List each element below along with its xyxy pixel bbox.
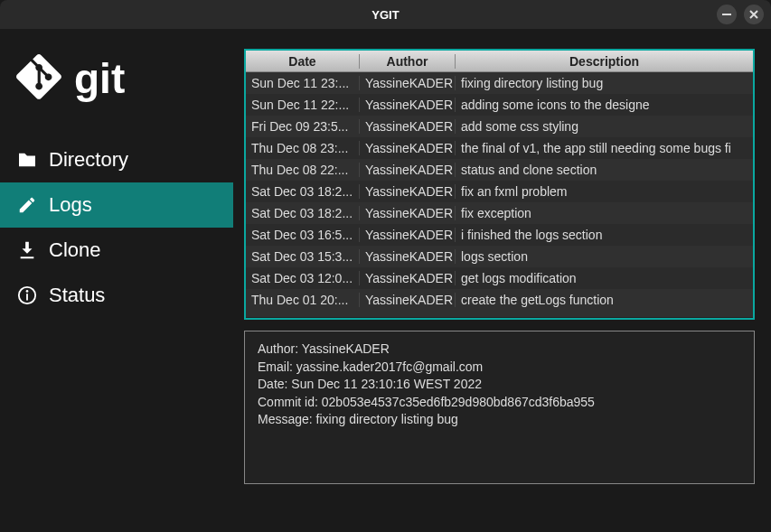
detail-date: Date: Sun Dec 11 23:10:16 WEST 2022 (258, 376, 741, 394)
sidebar-item-label: Clone (49, 238, 100, 262)
cell-date: Thu Dec 08 23:... (246, 141, 360, 155)
cell-description: create the getLogs function (456, 293, 753, 307)
close-button[interactable] (744, 5, 764, 24)
git-icon (16, 54, 61, 103)
cell-description: logs section (456, 249, 753, 264)
cell-author: YassineKADER (360, 206, 456, 220)
svg-rect-0 (722, 14, 731, 15)
info-icon (16, 285, 38, 306)
table-row[interactable]: Fri Dec 09 23:5...YassineKADERadd some c… (246, 116, 753, 137)
table-row[interactable]: Thu Dec 08 23:...YassineKADERthe final o… (246, 137, 753, 159)
cell-author: YassineKADER (360, 163, 456, 177)
cell-description: add some css styling (456, 119, 753, 134)
svg-rect-2 (26, 294, 28, 300)
table-row[interactable]: Thu Dec 08 22:...YassineKADERstatus and … (246, 159, 753, 181)
cell-date: Thu Dec 08 22:... (246, 163, 360, 177)
sidebar-item-clone[interactable]: Clone (0, 228, 233, 273)
table-row[interactable]: Sun Dec 11 22:...YassineKADERadding some… (246, 94, 753, 116)
table-row[interactable]: Sat Dec 03 18:2...YassineKADERfix an fxm… (246, 181, 753, 202)
detail-author: Author: YassineKADER (258, 341, 741, 359)
content: Date Author Description Sun Dec 11 23:..… (233, 29, 771, 532)
cell-date: Fri Dec 09 23:5... (246, 119, 360, 134)
cell-author: YassineKADER (360, 271, 456, 285)
cell-author: YassineKADER (360, 184, 456, 199)
sidebar-item-label: Directory (49, 148, 128, 172)
commits-table: Date Author Description Sun Dec 11 23:..… (244, 49, 755, 320)
cell-date: Sun Dec 11 23:... (246, 76, 360, 90)
logo: git (0, 54, 233, 103)
cell-description: the final of v1, the app still needing s… (456, 141, 753, 155)
detail-commit-id: Commit id: 02b053e4537c35ed6fb29d980bd86… (258, 394, 741, 412)
main: git Directory Logs Clone Status (0, 29, 771, 532)
cell-author: YassineKADER (360, 119, 456, 134)
svg-point-3 (26, 290, 29, 293)
table-row[interactable]: Sun Dec 11 23:...YassineKADERfixing dire… (246, 72, 753, 94)
cell-description: fix an fxml problem (456, 184, 753, 199)
table-header: Date Author Description (246, 51, 753, 72)
title-bar: YGIT (0, 0, 771, 29)
sidebar-item-logs[interactable]: Logs (0, 182, 233, 228)
cell-author: YassineKADER (360, 228, 456, 242)
header-date[interactable]: Date (246, 54, 360, 69)
table-body[interactable]: Sun Dec 11 23:...YassineKADERfixing dire… (246, 72, 753, 317)
detail-message: Message: fixing directory listing bug (258, 411, 741, 429)
table-row[interactable]: Sat Dec 03 15:3...YassineKADERlogs secti… (246, 246, 753, 267)
sidebar-item-directory[interactable]: Directory (0, 137, 233, 182)
cell-description: status and clone section (456, 163, 753, 177)
logo-text: git (74, 54, 125, 103)
cell-date: Sat Dec 03 16:5... (246, 228, 360, 242)
window-title: YGIT (371, 8, 399, 22)
sidebar-item-label: Status (49, 284, 105, 307)
table-row[interactable]: Sat Dec 03 16:5...YassineKADERi finished… (246, 224, 753, 246)
cell-description: fixing directory listing bug (456, 76, 753, 90)
cell-author: YassineKADER (360, 98, 456, 112)
sidebar-item-label: Logs (49, 193, 92, 217)
cell-description: adding some icons to the designe (456, 98, 753, 112)
cell-date: Thu Dec 01 20:... (246, 293, 360, 307)
table-row[interactable]: Sat Dec 03 18:2...YassineKADERfix except… (246, 202, 753, 224)
cell-date: Sun Dec 11 22:... (246, 98, 360, 112)
cell-date: Sat Dec 03 18:2... (246, 206, 360, 220)
cell-author: YassineKADER (360, 76, 456, 90)
cell-description: i finished the logs section (456, 228, 753, 242)
pencil-icon (16, 194, 38, 216)
cell-author: YassineKADER (360, 249, 456, 264)
cell-date: Sat Dec 03 15:3... (246, 249, 360, 264)
folder-icon (16, 149, 38, 171)
cell-description: get logs modification (456, 271, 753, 285)
table-row[interactable]: Sat Dec 03 12:0...YassineKADERget logs m… (246, 267, 753, 289)
minimize-button[interactable] (717, 5, 737, 24)
header-author[interactable]: Author (360, 54, 456, 69)
horizontal-scrollbar[interactable] (246, 317, 753, 318)
sidebar-item-status[interactable]: Status (0, 273, 233, 318)
cell-author: YassineKADER (360, 141, 456, 155)
table-row[interactable]: Thu Dec 01 20:...YassineKADERcreate the … (246, 289, 753, 311)
commit-details: Author: YassineKADER Email: yassine.kade… (244, 331, 755, 484)
window-controls (717, 5, 764, 24)
detail-email: Email: yassine.kader2017fc@gmail.com (258, 359, 741, 377)
download-icon (16, 239, 38, 261)
cell-date: Sat Dec 03 12:0... (246, 271, 360, 285)
cell-date: Sat Dec 03 18:2... (246, 184, 360, 199)
header-description[interactable]: Description (456, 54, 753, 69)
cell-author: YassineKADER (360, 293, 456, 307)
sidebar: git Directory Logs Clone Status (0, 29, 233, 532)
cell-description: fix exception (456, 206, 753, 220)
